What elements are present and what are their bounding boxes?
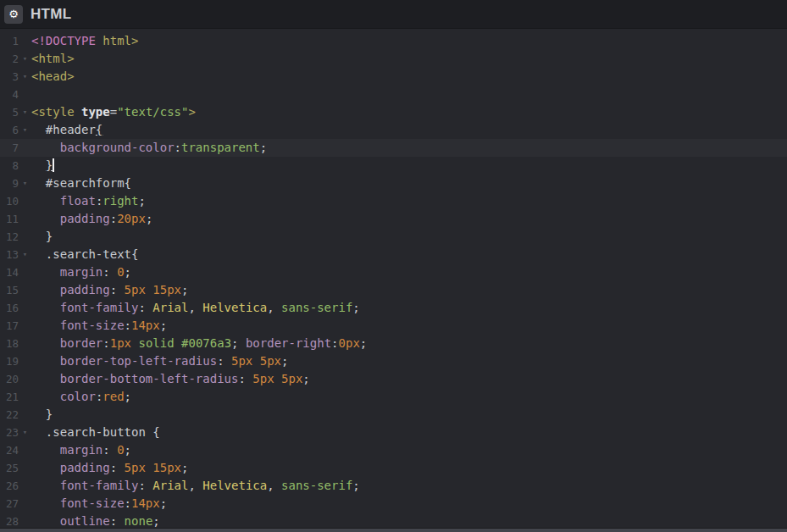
code-line[interactable]: 8 } (0, 157, 787, 175)
code-token: : (217, 354, 231, 368)
code-line[interactable]: 21 color:red; (0, 388, 787, 406)
code-line[interactable]: 5▾<style type="text/css"> (0, 103, 787, 121)
fold-toggle-icon[interactable]: ▾ (19, 50, 31, 68)
code-line[interactable]: 13▾ .search-text{ (0, 246, 787, 263)
fold-toggle-icon[interactable]: ▾ (19, 68, 31, 86)
code-token (252, 354, 259, 368)
code-text: outline: none; (31, 513, 160, 528)
code-token: #header (31, 123, 96, 136)
fold-gutter-spacer (19, 32, 31, 50)
code-line[interactable]: 28 outline: none; (0, 513, 787, 528)
code-line[interactable]: 1<!DOCTYPE html> (0, 32, 787, 50)
line-number: 6 (0, 121, 19, 139)
line-number: 11 (0, 210, 19, 228)
code-line[interactable]: 27 font-size:14px; (0, 495, 787, 513)
code-line[interactable]: 19 border-top-left-radius: 5px 5px; (0, 352, 787, 370)
fold-gutter-spacer (19, 441, 31, 459)
settings-gear-button[interactable]: ⚙ (4, 5, 23, 24)
fold-toggle-icon[interactable]: ▾ (19, 103, 31, 121)
code-token: ; (352, 301, 359, 314)
code-token: 5px (252, 372, 274, 385)
code-token: border (60, 336, 103, 350)
code-token: Helvetica (202, 479, 267, 492)
code-line[interactable]: 11 padding:20px; (0, 210, 787, 228)
code-token: 5px (281, 372, 302, 385)
code-token: sans-serif (281, 301, 352, 314)
code-line[interactable]: 10 float:right; (0, 192, 787, 210)
code-line[interactable]: 18 border:1px solid #0076a3; border-righ… (0, 335, 787, 352)
code-token (274, 372, 281, 385)
code-token: : (103, 265, 117, 279)
code-token (31, 319, 60, 332)
line-number: 10 (0, 192, 19, 210)
code-line[interactable]: 4 (0, 86, 787, 103)
fold-toggle-icon[interactable]: ▾ (19, 175, 31, 192)
code-token: border-top-left-radius (60, 354, 217, 368)
code-token: border-right (246, 336, 331, 350)
code-line[interactable]: 20 border-bottom-left-radius: 5px 5px; (0, 370, 787, 388)
line-number: 24 (0, 441, 19, 459)
line-number: 13 (0, 246, 19, 263)
code-token: ; (360, 336, 367, 350)
code-token: ; (125, 265, 131, 279)
code-token: { (96, 123, 103, 136)
code-token: background-color (60, 141, 175, 154)
code-line[interactable]: 9▾ #searchform{ (0, 175, 787, 192)
fold-gutter-spacer (19, 157, 31, 175)
code-token: ; (302, 372, 309, 385)
code-token: ; (160, 319, 167, 332)
code-token (31, 496, 60, 510)
code-token (31, 158, 46, 172)
code-line[interactable]: 25 padding: 5px 15px; (0, 459, 787, 477)
code-token: font-family (60, 301, 139, 314)
code-token: ; (231, 336, 246, 350)
code-token: sans-serif (281, 479, 352, 492)
code-line[interactable]: 6▾ #header{ (0, 121, 787, 139)
code-text: padding: 5px 15px; (31, 281, 188, 299)
code-token: Arial (152, 479, 188, 492)
fold-gutter-spacer (19, 192, 31, 210)
code-token (31, 479, 60, 492)
code-editor[interactable]: 1<!DOCTYPE html>2▾<html>3▾<head>45▾<styl… (0, 30, 787, 528)
code-token: ; (260, 141, 267, 154)
code-token (31, 265, 60, 279)
fold-gutter-spacer (19, 210, 31, 228)
line-number: 5 (0, 103, 19, 121)
code-token: = (110, 105, 117, 119)
code-token: } (46, 158, 53, 172)
code-line[interactable]: 3▾<head> (0, 68, 787, 86)
code-token: ; (138, 194, 145, 208)
code-line[interactable]: 16 font-family: Arial, Helvetica, sans-s… (0, 299, 787, 317)
code-text: <style type="text/css"> (31, 103, 196, 121)
code-line[interactable]: 12 } (0, 228, 787, 246)
code-token (31, 212, 60, 225)
fold-toggle-icon[interactable]: ▾ (19, 246, 31, 263)
code-token: 14px (131, 496, 160, 510)
code-token: 20px (117, 212, 146, 225)
fold-toggle-icon[interactable]: ▾ (19, 121, 31, 139)
code-line[interactable]: 15 padding: 5px 15px; (0, 281, 787, 299)
fold-gutter-spacer (19, 477, 31, 495)
fold-toggle-icon[interactable]: ▾ (19, 424, 31, 441)
code-line[interactable]: 14 margin: 0; (0, 263, 787, 281)
code-line[interactable]: 17 font-size:14px; (0, 317, 787, 335)
line-number: 12 (0, 228, 19, 246)
code-line[interactable]: 2▾<html> (0, 50, 787, 68)
line-number: 23 (0, 424, 19, 441)
code-line[interactable]: 26 font-family: Arial, Helvetica, sans-s… (0, 477, 787, 495)
code-token: 15px (152, 283, 181, 296)
fold-gutter-spacer (19, 335, 31, 352)
code-token: font-size (60, 496, 125, 510)
code-line[interactable]: 22 } (0, 406, 787, 424)
code-token: > (188, 105, 195, 119)
code-line[interactable]: 24 margin: 0; (0, 441, 787, 459)
code-text: } (31, 157, 54, 175)
code-line[interactable]: 23▾ .search-button { (0, 424, 787, 441)
line-number: 26 (0, 477, 19, 495)
panel-resize-divider[interactable] (0, 528, 787, 532)
code-token: solid (138, 336, 174, 350)
code-token: margin (60, 443, 103, 457)
fold-gutter-spacer (19, 281, 31, 299)
code-token: right (103, 194, 138, 208)
code-line[interactable]: 7 background-color:transparent; (0, 139, 787, 157)
